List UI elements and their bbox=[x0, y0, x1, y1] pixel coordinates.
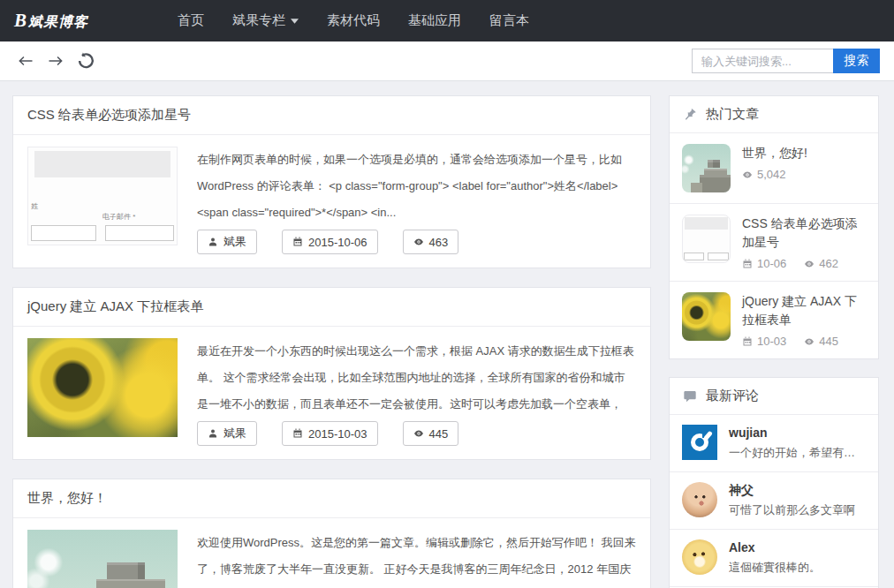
article-title[interactable]: jQuery 建立 AJAX 下拉框表单 bbox=[13, 288, 650, 327]
article-title[interactable]: CSS 给表单必选项添加星号 bbox=[13, 96, 650, 135]
main-menu: 首页 斌果专栏 素材代码 基础应用 留言本 bbox=[163, 0, 543, 41]
nav-item-column[interactable]: 斌果专栏 bbox=[218, 0, 313, 41]
article-list: CSS 给表单必选项添加星号 姓 电子邮件 * 在制作网页表单的时候，如果一个选… bbox=[12, 95, 651, 588]
article-thumbnail-building[interactable] bbox=[27, 530, 178, 588]
eye-icon bbox=[413, 237, 424, 247]
article-excerpt: 最近在开发一个小东西的时候出现这么一个需求，根据 AJAX 请求的数据生成下拉框… bbox=[197, 338, 636, 418]
top-navbar: B 斌果博客 首页 斌果专栏 素材代码 基础应用 留言本 bbox=[0, 0, 894, 41]
browser-toolbar: 搜索 bbox=[0, 41, 894, 81]
comment-author: Alex bbox=[729, 539, 821, 556]
calendar-icon bbox=[742, 259, 753, 269]
author-badge: 斌果 bbox=[197, 421, 257, 446]
hot-article-item[interactable]: 世界，您好! 5,042 bbox=[670, 133, 878, 204]
latest-comments-header: 最新评论 bbox=[670, 378, 878, 415]
site-logo[interactable]: B 斌果博客 bbox=[14, 10, 88, 32]
eye-icon bbox=[413, 428, 424, 439]
comment-item[interactable]: wujian 一个好的开始，希望有一个好… bbox=[670, 415, 878, 472]
forward-icon bbox=[47, 52, 64, 70]
hot-views: 5,042 bbox=[742, 168, 786, 181]
calendar-icon bbox=[292, 237, 303, 247]
calendar-icon bbox=[742, 336, 753, 347]
comment-item[interactable]: Alex 這個確實很棒的。 bbox=[670, 530, 878, 587]
logo-b-mark: B bbox=[14, 10, 27, 32]
author-badge: 斌果 bbox=[197, 230, 257, 254]
article-meta: 斌果 2015-10-06 463 bbox=[197, 230, 636, 254]
back-icon bbox=[17, 52, 34, 70]
calendar-icon bbox=[292, 428, 303, 439]
sidebar: 热门文章 世界，您好! 5,042 bbox=[669, 95, 879, 588]
nav-item-material-code[interactable]: 素材代码 bbox=[313, 0, 394, 41]
hot-article-item[interactable]: jQuery 建立 AJAX 下拉框表单 10-03 445 bbox=[670, 282, 878, 358]
latest-comments-widget: 最新评论 wujian 一个好的开始，希望有一个好… 神父 可惜了以前那么多文章… bbox=[669, 377, 879, 588]
hot-thumbnail-form bbox=[682, 215, 731, 263]
hot-article-title: jQuery 建立 AJAX 下拉框表单 bbox=[742, 292, 866, 329]
hot-article-title: 世界，您好! bbox=[742, 144, 807, 162]
eye-icon bbox=[742, 170, 753, 180]
search-input[interactable] bbox=[692, 49, 833, 73]
date-badge: 2015-10-06 bbox=[282, 230, 378, 254]
hot-thumbnail-sunflower bbox=[682, 292, 731, 341]
views-badge: 463 bbox=[403, 230, 459, 254]
user-icon bbox=[208, 428, 218, 439]
logo-text: 斌果博客 bbox=[28, 13, 88, 32]
article-card: CSS 给表单必选项添加星号 姓 电子邮件 * 在制作网页表单的时候，如果一个选… bbox=[12, 95, 651, 268]
article-card: jQuery 建立 AJAX 下拉框表单 最近在开发一个小东西的时候出现这么一个… bbox=[12, 287, 651, 460]
page-content: CSS 给表单必选项添加星号 姓 电子邮件 * 在制作网页表单的时候，如果一个选… bbox=[0, 81, 894, 588]
nav-item-home[interactable]: 首页 bbox=[163, 0, 218, 41]
forward-button[interactable] bbox=[44, 49, 67, 72]
article-card: 世界，您好！ 欢迎使用WordPress。这是您的第一篇文章。编辑或删除它，然后… bbox=[12, 479, 651, 588]
chevron-down-icon bbox=[291, 19, 299, 24]
comment-icon bbox=[683, 389, 697, 403]
views-badge: 445 bbox=[403, 421, 459, 446]
comment-author: 神父 bbox=[729, 482, 855, 499]
article-excerpt: 在制作网页表单的时候，如果一个选项是必填的，通常会给选项添加一个星号，比如 Wo… bbox=[197, 147, 636, 226]
article-thumbnail-form[interactable]: 姓 电子邮件 * bbox=[27, 147, 178, 245]
refresh-icon bbox=[76, 51, 95, 71]
avatar-blue-power-logo bbox=[682, 425, 717, 460]
eye-icon bbox=[804, 259, 814, 269]
comment-text: 這個確實很棒的。 bbox=[729, 558, 821, 577]
comment-author: wujian bbox=[729, 425, 866, 441]
article-excerpt: 欢迎使用WordPress。这是您的第一篇文章。编辑或删除它，然后开始写作吧！ … bbox=[197, 530, 636, 588]
hot-article-title: CSS 给表单必选项添加星号 bbox=[742, 215, 866, 252]
hot-articles-header: 热门文章 bbox=[670, 96, 878, 133]
nav-item-basic-app[interactable]: 基础应用 bbox=[394, 0, 475, 41]
hot-article-item[interactable]: CSS 给表单必选项添加星号 10-06 462 bbox=[670, 204, 878, 282]
nav-item-guestbook[interactable]: 留言本 bbox=[475, 0, 543, 41]
article-thumbnail-sunflower[interactable] bbox=[27, 338, 178, 437]
avatar-doge-cartoon bbox=[682, 539, 717, 575]
article-title[interactable]: 世界，您好！ bbox=[13, 479, 650, 518]
comment-item[interactable]: 神父 可惜了以前那么多文章啊 bbox=[670, 472, 878, 530]
hot-thumbnail-building bbox=[682, 144, 731, 192]
back-button[interactable] bbox=[14, 49, 37, 72]
hot-articles-widget: 热门文章 世界，您好! 5,042 bbox=[669, 95, 879, 359]
hot-views: 445 bbox=[804, 335, 838, 348]
date-badge: 2015-10-03 bbox=[282, 421, 378, 446]
search-button[interactable]: 搜索 bbox=[833, 49, 880, 73]
refresh-button[interactable] bbox=[74, 49, 97, 72]
hot-views: 462 bbox=[804, 257, 838, 270]
avatar-baby-photo bbox=[682, 482, 717, 517]
comment-text: 一个好的开始，希望有一个好… bbox=[729, 443, 866, 462]
thumb-form-email-label: 电子邮件 * bbox=[102, 212, 135, 222]
comment-text: 可惜了以前那么多文章啊 bbox=[729, 501, 855, 519]
search-box: 搜索 bbox=[692, 49, 880, 73]
hot-date: 10-03 bbox=[742, 335, 786, 348]
thumb-form-name-label: 姓 bbox=[31, 201, 38, 211]
article-meta: 斌果 2015-10-03 445 bbox=[197, 421, 636, 446]
eye-icon bbox=[804, 336, 814, 347]
hot-date: 10-06 bbox=[742, 257, 786, 270]
pin-icon bbox=[683, 108, 697, 122]
user-icon bbox=[208, 237, 218, 247]
